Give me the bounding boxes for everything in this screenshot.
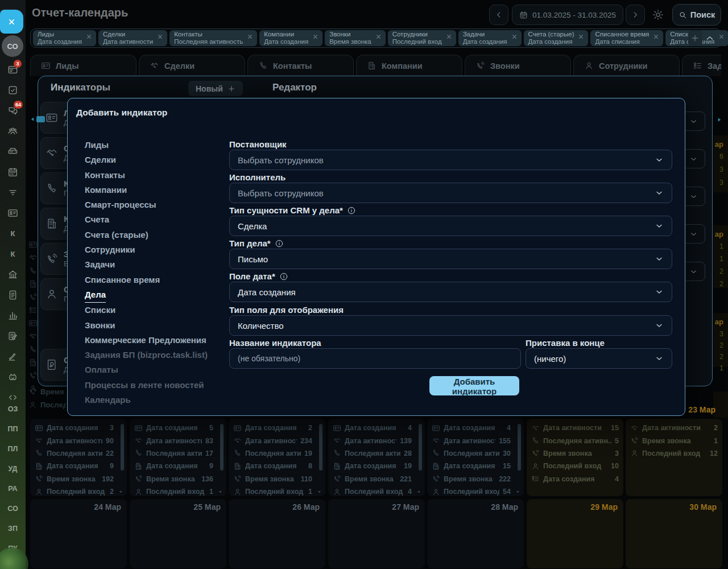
sidebar-letter-item[interactable]: К: [11, 248, 15, 259]
sidebar-label-ПП[interactable]: ПП: [8, 425, 18, 436]
remove-filter-icon[interactable]: [156, 33, 164, 40]
sidebar-label-УД[interactable]: УД: [8, 465, 17, 476]
prev-period-button[interactable]: [489, 5, 508, 25]
close-slider-button[interactable]: [0, 10, 23, 34]
modal-nav-Списанное время[interactable]: Списанное время: [85, 273, 160, 287]
sidebar-item-calendar[interactable]: [7, 166, 18, 178]
calendar-cell-2[interactable]: Дата создания5Дата активности83Последняя…: [130, 419, 226, 496]
sidebar-item-filter[interactable]: [7, 187, 18, 198]
modal-nav-Счета (старые)[interactable]: Счета (старые): [85, 228, 148, 242]
modal-nav-Смарт-процессы[interactable]: Смарт-процессы: [85, 197, 156, 212]
scrollbar-thumb[interactable]: [36, 116, 45, 122]
modal-nav-Коммерческие Предложения[interactable]: Коммерческие Предложения: [85, 333, 206, 348]
calendar-day-25 Мар[interactable]: 25 Мар: [130, 499, 226, 568]
remove-filter-icon[interactable]: [577, 33, 585, 40]
calendar-day-24 Мар[interactable]: 24 Мар: [30, 499, 127, 568]
cell-scrollbar[interactable]: [319, 424, 322, 471]
sidebar-item-check-square[interactable]: [7, 84, 18, 96]
sidebar-label-СО[interactable]: СО: [7, 505, 18, 516]
calendar-day-26 Мар[interactable]: 26 Мар: [229, 499, 325, 568]
calendar-day-29 Мар[interactable]: 29 Мар: [527, 499, 623, 568]
field-select-2[interactable]: Выбрать сотрудников: [229, 183, 672, 203]
field-select-1[interactable]: Выбрать сотрудников: [229, 150, 672, 170]
remove-filter-icon[interactable]: [85, 33, 93, 40]
field-select-3[interactable]: Сделка: [229, 216, 672, 236]
cell-scrollbar[interactable]: [220, 424, 224, 471]
remove-filter-icon[interactable]: [246, 33, 254, 40]
calendar-cell-6[interactable]: Дата активности15Последняя активн...5Вре…: [527, 419, 623, 496]
calendar-day-28 Мар[interactable]: 28 Мар: [427, 499, 524, 568]
more-caret-icon[interactable]: [118, 489, 123, 494]
tab-Звонки[interactable]: Звонки: [465, 55, 571, 76]
filter-chip-2[interactable]: СделкиДата активности: [98, 30, 167, 46]
sidebar-label-ПЛ[interactable]: ПЛ: [8, 445, 18, 456]
add-filter-button[interactable]: [688, 30, 702, 46]
remove-filter-icon[interactable]: [375, 33, 382, 40]
suffix-select[interactable]: (ничего): [526, 348, 672, 369]
sidebar-item-contact-card[interactable]: [7, 207, 18, 218]
sidebar-item-bar-chart[interactable]: [7, 310, 18, 321]
cell-scrollbar[interactable]: [518, 424, 521, 471]
sidebar-item-note-edit[interactable]: [7, 330, 18, 341]
sidebar-label-ЗП[interactable]: ЗП: [8, 525, 18, 536]
modal-nav-Лиды[interactable]: Лиды: [85, 138, 109, 152]
filter-chip-8[interactable]: Счета (старые)Дата создания: [524, 30, 589, 46]
more-caret-icon[interactable]: [218, 489, 223, 494]
remove-filter-icon[interactable]: [445, 33, 453, 40]
remove-filter-icon[interactable]: [718, 33, 725, 40]
scroll-right-icon[interactable]: [716, 117, 722, 123]
sidebar-item-people[interactable]: [7, 125, 18, 137]
field-select-6[interactable]: Количество: [229, 315, 672, 336]
more-caret-icon[interactable]: [317, 489, 322, 494]
sidebar-item-robot[interactable]: [7, 371, 18, 382]
sidebar-letter-item[interactable]: К: [11, 228, 15, 239]
filter-chip-7[interactable]: ЗадачиДата создания: [458, 30, 522, 46]
calendar-cell-1[interactable]: Дата создания3Дата активности90Последняя…: [30, 419, 127, 496]
modal-nav-Дела[interactable]: Дела: [85, 287, 106, 303]
sidebar-item-chat[interactable]: 64: [7, 105, 18, 116]
filter-chip-6[interactable]: СотрудникиПоследний вход: [388, 30, 456, 46]
modal-nav-Счета[interactable]: Счета: [85, 212, 109, 227]
remove-filter-icon[interactable]: [652, 33, 660, 40]
sidebar-item-code[interactable]: [7, 391, 18, 403]
tab-Компании[interactable]: Компании: [356, 55, 462, 76]
cell-scrollbar[interactable]: [419, 424, 422, 471]
calendar-day-30 Мар[interactable]: 30 Мар: [626, 499, 722, 568]
filter-chip-9[interactable]: Списанное времяДата списания: [590, 30, 663, 46]
sidebar-item-document[interactable]: [7, 289, 18, 300]
filter-chip-5[interactable]: ЗвонкиВремя звонка: [325, 30, 385, 46]
field-select-5[interactable]: Дата создания: [229, 282, 672, 302]
sidebar-label-ОЗ[interactable]: ОЗ: [8, 405, 18, 417]
add-indicator-submit-button[interactable]: Добавить индикатор: [429, 376, 519, 395]
tab-Лиды[interactable]: Лиды: [30, 55, 136, 76]
gear-icon[interactable]: [652, 9, 664, 21]
modal-nav-Звонки[interactable]: Звонки: [85, 318, 115, 333]
calendar-cell-4[interactable]: Дата создания4Дата активности139Последня…: [328, 419, 425, 496]
cell-scrollbar[interactable]: [121, 424, 124, 471]
filter-chip-1[interactable]: ЛидыДата создания: [33, 30, 96, 46]
search-button[interactable]: Поиск: [672, 4, 721, 26]
sidebar-item-signature[interactable]: [7, 351, 18, 362]
modal-nav-Компании[interactable]: Компании: [85, 183, 127, 197]
remove-filter-icon[interactable]: [312, 33, 319, 40]
next-period-button[interactable]: [626, 5, 645, 25]
tab-Сделки[interactable]: Сделки: [139, 55, 245, 76]
scroll-left-icon[interactable]: [30, 116, 36, 122]
sidebar-label-РА[interactable]: РА: [8, 485, 17, 496]
calendar-day-27 Мар[interactable]: 27 Мар: [328, 499, 425, 568]
modal-nav-Списки[interactable]: Списки: [85, 303, 115, 318]
filter-chip-3[interactable]: КонтактыПоследняя активность: [169, 30, 257, 46]
tab-Контакты[interactable]: Контакты: [247, 55, 354, 76]
more-caret-icon[interactable]: [515, 489, 520, 494]
remove-filter-icon[interactable]: [511, 33, 518, 40]
tab-Задачи[interactable]: Задачи: [682, 55, 721, 76]
date-range-picker[interactable]: 01.03.2025 - 31.03.2025: [512, 5, 623, 25]
collapse-chevron-up-icon[interactable]: [705, 33, 715, 43]
modal-nav-Сделки[interactable]: Сделки: [85, 152, 116, 167]
modal-nav-Сотрудники[interactable]: Сотрудники: [85, 242, 135, 257]
sidebar-item-feed[interactable]: 3: [7, 64, 18, 75]
calendar-cell-5[interactable]: Дата создания4Дата активности155Последня…: [427, 419, 524, 496]
field-select-4[interactable]: Письмо: [229, 249, 672, 269]
avatar[interactable]: СО: [2, 35, 23, 57]
sidebar-item-bank[interactable]: [7, 269, 18, 280]
